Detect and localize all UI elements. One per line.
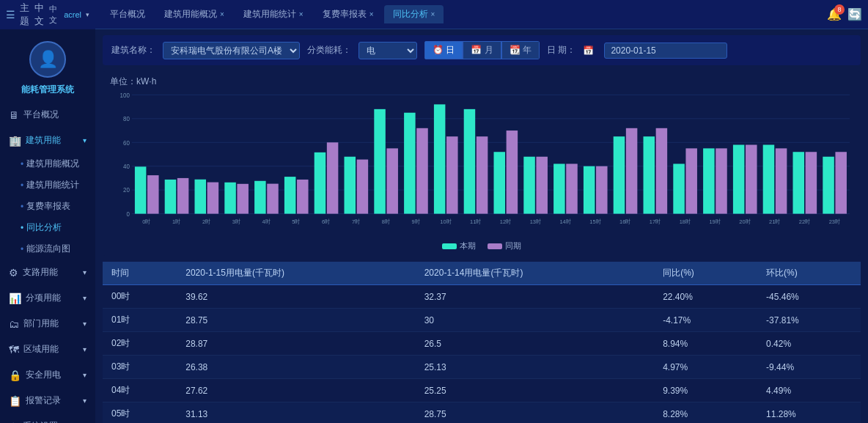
sidebar-item-building[interactable]: 🏢 建筑用能 ▾ xyxy=(0,128,95,153)
svg-rect-48 xyxy=(494,152,506,213)
avatar: 👤 xyxy=(29,41,66,78)
svg-text:23时: 23时 xyxy=(829,218,841,224)
svg-rect-46 xyxy=(477,136,488,213)
table-row: 01时28.7530-4.17%-37.81% xyxy=(103,309,861,332)
sidebar-item-support-label: 支路用能 xyxy=(23,266,58,279)
topbar: 平台概况 建筑用能概况 × 建筑用能统计 × 复费率报表 × 同比分析 × 🔔 … xyxy=(95,0,868,29)
lang-label[interactable]: 中文 xyxy=(49,4,58,26)
sidebar-item-support[interactable]: ⚙ 支路用能 ▾ xyxy=(0,260,95,285)
svg-rect-60 xyxy=(614,136,625,213)
cell-previous: 25.25 xyxy=(416,379,654,402)
sidebar-item-safety[interactable]: 🔒 安全用电 ▾ xyxy=(0,362,95,388)
tab-building-energy[interactable]: 建筑用能概况 × xyxy=(155,5,233,23)
building-select[interactable]: 安科瑞电气股份有限公司A楼 xyxy=(163,42,300,59)
tab-building-stats-label: 建筑用能统计 xyxy=(243,8,296,21)
subitem-icon: 📊 xyxy=(9,293,21,304)
sidebar-item-platform[interactable]: 🖥 平台概况 xyxy=(0,102,95,128)
table-body: 00时39.6232.3722.40%-45.46%01时28.7530-4.1… xyxy=(103,285,861,424)
tab-platform-overview[interactable]: 平台概况 xyxy=(101,5,154,23)
tab-recovery-rate-close[interactable]: × xyxy=(369,10,374,18)
col-previous: 2020-1-14用电量(千瓦时) xyxy=(416,262,654,285)
svg-rect-39 xyxy=(404,113,416,214)
svg-rect-67 xyxy=(685,148,697,213)
theme-label: 主题 xyxy=(20,1,30,28)
sidebar-nav: 🖥 平台概况 🏢 建筑用能 ▾ 建筑用能概况 建筑用能统计 复费率报表 同比分析… xyxy=(0,102,95,423)
cell-time: 05时 xyxy=(103,402,177,424)
col-yoy: 同比(%) xyxy=(654,262,757,285)
time-tab-month[interactable]: 📅 月 xyxy=(463,41,501,59)
topbar-right: 🔔 8 🔄 xyxy=(827,7,862,21)
svg-text:18时: 18时 xyxy=(680,218,691,224)
table-row: 02时28.8726.58.94%0.42% xyxy=(103,332,861,356)
user-chevron-icon[interactable]: ▾ xyxy=(86,11,89,18)
tab-recovery-rate[interactable]: 复费率报表 × xyxy=(314,5,383,23)
svg-rect-13 xyxy=(147,175,159,213)
svg-text:7时: 7时 xyxy=(352,218,361,224)
sidebar-item-building-overview[interactable]: 建筑用能概况 xyxy=(0,153,95,174)
svg-rect-34 xyxy=(357,160,369,214)
chart-wrap: 0204060801000时1时2时3时4时5时6时7时8时9时10时11时12… xyxy=(110,91,853,238)
svg-rect-82 xyxy=(835,152,847,213)
time-tab-group: ⏰ 日 📅 月 📆 年 xyxy=(424,41,540,59)
svg-rect-79 xyxy=(806,152,817,213)
svg-text:4时: 4时 xyxy=(262,218,271,224)
sidebar-item-subitem[interactable]: 📊 分项用能 ▾ xyxy=(0,285,95,311)
date-input[interactable] xyxy=(604,43,727,59)
legend-current: 本期 xyxy=(442,240,476,251)
tab-platform-overview-label: 平台概况 xyxy=(110,8,145,21)
svg-rect-45 xyxy=(464,109,476,214)
refresh-icon[interactable]: 🔄 xyxy=(847,7,862,21)
cell-mom: 11.28% xyxy=(757,402,861,424)
sidebar-item-comparison[interactable]: 同比分析 xyxy=(0,217,95,238)
area-chevron-icon: ▾ xyxy=(83,345,87,353)
sidebar-item-building-stats[interactable]: 建筑用能统计 xyxy=(0,174,95,196)
sidebar-item-energy-flow[interactable]: 能源流向图 xyxy=(0,238,95,260)
sidebar-item-dept[interactable]: 🗂 部门用能 ▾ xyxy=(0,311,95,336)
svg-text:0: 0 xyxy=(126,210,130,217)
svg-rect-19 xyxy=(207,183,219,214)
cell-time: 01时 xyxy=(103,309,177,332)
svg-rect-49 xyxy=(507,130,518,214)
tab-building-stats[interactable]: 建筑用能统计 × xyxy=(235,5,312,23)
sidebar-item-dept-label: 部门用能 xyxy=(23,317,59,330)
svg-text:22时: 22时 xyxy=(799,218,811,224)
col-mom: 环比(%) xyxy=(757,262,861,285)
table-header-row: 时间 2020-1-15用电量(千瓦时) 2020-1-14用电量(千瓦时) 同… xyxy=(103,262,861,285)
legend-previous-color xyxy=(488,243,502,249)
cell-previous: 30 xyxy=(416,309,654,332)
tab-building-stats-close[interactable]: × xyxy=(299,10,304,18)
sidebar-item-report[interactable]: 📋 报警记录 ▾ xyxy=(0,388,95,413)
svg-text:21时: 21时 xyxy=(769,218,781,224)
col-time: 时间 xyxy=(103,262,177,285)
tab-comparison[interactable]: 同比分析 × xyxy=(384,5,444,23)
report-icon: 📋 xyxy=(9,395,21,407)
tab-building-energy-close[interactable]: × xyxy=(220,10,224,18)
tab-comparison-close[interactable]: × xyxy=(431,10,435,18)
hamburger-icon[interactable]: ☰ xyxy=(6,9,15,21)
sidebar-item-system[interactable]: ⚙ 系统设置 ▾ xyxy=(0,413,95,423)
category-select[interactable]: 电 xyxy=(358,42,417,59)
svg-rect-33 xyxy=(345,157,356,214)
svg-rect-58 xyxy=(596,166,608,214)
svg-text:11时: 11时 xyxy=(470,218,482,224)
svg-rect-16 xyxy=(177,178,189,214)
cell-yoy: 22.40% xyxy=(654,285,757,309)
sidebar-item-recovery-rate[interactable]: 复费率报表 xyxy=(0,196,95,217)
sidebar-item-area[interactable]: 🗺 区域用能 ▾ xyxy=(0,336,95,362)
legend-previous: 同期 xyxy=(488,240,521,251)
user-label[interactable]: acrel xyxy=(64,10,81,19)
svg-rect-37 xyxy=(386,148,398,213)
user-profile: 👤 能耗管理系统 xyxy=(0,29,95,102)
dept-icon: 🗂 xyxy=(9,318,19,330)
svg-text:14时: 14时 xyxy=(559,218,571,224)
svg-text:12时: 12时 xyxy=(500,218,512,224)
dept-chevron-icon: ▾ xyxy=(83,320,87,328)
time-tab-year[interactable]: 📆 年 xyxy=(501,41,540,59)
svg-text:17时: 17时 xyxy=(650,218,661,224)
system-icon: ⚙ xyxy=(9,421,18,424)
cell-mom: -9.44% xyxy=(757,356,861,379)
time-tab-day[interactable]: ⏰ 日 xyxy=(424,41,463,59)
svg-text:3时: 3时 xyxy=(232,218,241,224)
svg-rect-73 xyxy=(746,145,757,214)
sidebar-item-platform-label: 平台概况 xyxy=(23,108,59,121)
